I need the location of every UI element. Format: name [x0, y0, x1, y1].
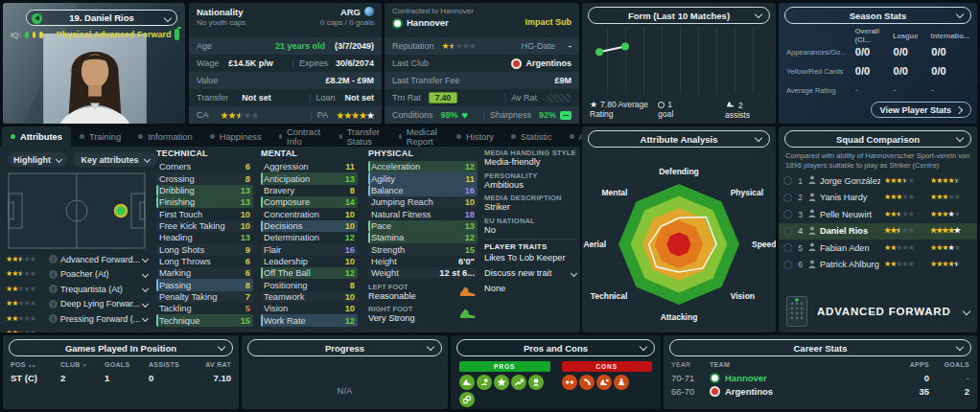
attribute-row[interactable]: Corners6 [156, 161, 253, 172]
role-suitability-row[interactable]: ★★★★★ [0, 327, 153, 333]
attribute-row[interactable]: Decisions10 [261, 220, 358, 232]
squad-comparison-row[interactable]: 4Daniel Rios★★★★★★★★★★★ [779, 223, 977, 240]
attribute-label: Off The Ball [264, 268, 311, 278]
attribute-row[interactable]: Bravery8 [261, 185, 358, 196]
pros-cons-header-dropdown[interactable]: Pros and Cons [456, 339, 655, 356]
squad-comparison-header-dropdown[interactable]: Squad Comparison [784, 130, 971, 148]
career-stats-row[interactable]: 70-71Hannover0- [664, 371, 977, 384]
attribute-row[interactable]: Aggression11 [261, 161, 358, 172]
form-match-point[interactable] [621, 43, 629, 51]
highlight-dropdown[interactable]: Highlight [8, 152, 67, 167]
season-stat-value: 0/0 [931, 46, 969, 57]
attribute-value: 10 [345, 257, 355, 266]
attribute-row[interactable]: Long Throws6 [156, 256, 253, 267]
tab-transfer-status[interactable]: Transfer Status [331, 126, 390, 147]
attribute-row[interactable]: Stamina12 [368, 232, 478, 243]
role-suitability-row[interactable]: ★★★★★iDeep Lying Forwar... [0, 297, 153, 312]
role-suitability-row[interactable]: ★★★★★iPressing Forward (... [0, 311, 153, 327]
ca-label: CA [197, 110, 209, 120]
games-played-cell: 0 [149, 373, 197, 383]
attribute-row[interactable]: Strength15 [368, 243, 478, 255]
career-stats-header-dropdown[interactable]: Career Stats [669, 339, 971, 356]
key-attributes-dropdown[interactable]: Key attributes [73, 152, 157, 167]
attribute-label: Penalty Taking [159, 292, 217, 302]
position-marker-striker[interactable] [115, 205, 127, 217]
squad-comparison-row[interactable]: 5Fabian Aden★★★★★★★★★★ [779, 240, 977, 257]
tab-information[interactable]: Information [129, 126, 201, 147]
season-stats-header-dropdown[interactable]: Season Stats [784, 7, 971, 24]
left-foot-boot-icon [458, 286, 478, 297]
attribute-row[interactable]: Jumping Reach10 [368, 196, 478, 208]
attribute-row[interactable]: Passing8 [156, 279, 253, 290]
attribute-row[interactable]: Tackling5 [156, 303, 253, 314]
role-suitability-row[interactable]: ★★★★★★iAdvanced Forward... [0, 252, 153, 267]
chevron-down-icon [164, 14, 172, 22]
attribute-row[interactable]: Weight12 st 6... [368, 267, 478, 279]
attribute-row[interactable]: Leadership10 [261, 256, 358, 267]
discuss-new-trait[interactable]: Discuss new trait [484, 268, 576, 280]
tab-training[interactable]: Training [71, 126, 129, 147]
radio-circle-icon [783, 194, 792, 202]
attribute-row[interactable]: Marking6 [156, 267, 253, 279]
position-pitch [8, 172, 146, 249]
attribute-row[interactable]: Vision10 [261, 303, 358, 314]
role-suitability-row[interactable]: ★★★★★★iPoacher (At) [0, 267, 153, 283]
squad-comparison-row[interactable]: 3Pelle Neuwirt★★★★★★★★★★★ [779, 206, 977, 223]
attribute-row[interactable]: Work Rate12 [261, 314, 358, 326]
attribute-row[interactable]: Acceleration12 [368, 161, 478, 172]
star-rating: ★★★★★ [930, 227, 972, 235]
squad-comparison-row[interactable]: 2Yanis Hardy★★★★★★★★★★ [779, 189, 977, 206]
player-name-dropdown[interactable]: 19. Daniel Rios [26, 10, 177, 26]
attribute-value: 12 st 6... [439, 268, 475, 278]
games-played-cell: 2 [60, 373, 105, 383]
squad-comparison-row[interactable]: 1Jorge González★★★★★★★★★★★★ [779, 172, 977, 190]
tab-statistic[interactable]: Statistic [502, 126, 561, 147]
attribute-row[interactable]: Balance16 [368, 185, 478, 196]
games-played-column-header: AV RAT [197, 361, 231, 368]
attribute-row[interactable]: Positioning8 [261, 279, 358, 290]
attribute-row[interactable]: Natural Fitness18 [368, 208, 478, 219]
attribute-row[interactable]: Free Kick Taking10 [156, 220, 253, 232]
tab-happiness[interactable]: Happiness [201, 126, 270, 147]
attribute-row[interactable]: Long Shots9 [156, 243, 253, 255]
form-header-dropdown[interactable]: Form (Last 10 Matches) [588, 7, 770, 24]
attribute-row[interactable]: Concentration10 [261, 208, 358, 219]
tab-contract-info[interactable]: Contract Info [270, 126, 331, 147]
career-stats-row[interactable]: 66-70Argentinos352 [664, 384, 977, 398]
attribute-row[interactable]: Anticipation13 [261, 172, 358, 184]
player-card: 19. Daniel Rios IQ: Physical Advanced Fo… [3, 3, 185, 124]
role-suitability-row[interactable]: ★★★★★iTrequartista (At) [0, 282, 153, 297]
attribute-row[interactable]: Pace13 [368, 220, 478, 232]
technique-icon [596, 375, 612, 390]
attribute-value: 7 [245, 292, 250, 302]
form-match-point[interactable] [595, 48, 603, 56]
star-icon: ★ [908, 227, 914, 235]
squad-role-footer[interactable]: ADVANCED FORWARD [786, 296, 969, 327]
attribute-row[interactable]: First Touch10 [156, 208, 253, 219]
attribute-row[interactable]: Dribbling13 [156, 185, 253, 196]
attribute-row[interactable]: Off The Ball12 [261, 267, 358, 279]
attribute-row[interactable]: Penalty Taking7 [156, 291, 253, 303]
attribute-label: Long Throws [159, 257, 211, 266]
games-played-header-dropdown[interactable]: Games Played In Position [9, 339, 233, 356]
attribute-row[interactable]: Technique15 [156, 314, 253, 326]
attribute-row[interactable]: Teamwork10 [261, 291, 358, 303]
attribute-row[interactable]: Flair16 [261, 243, 358, 255]
progress-header-dropdown[interactable]: Progress [247, 339, 442, 356]
attribute-row[interactable]: Finishing13 [156, 196, 253, 208]
squad-comparison-row[interactable]: 6Patrick Ahlburg★★★★★★★★★★★ [779, 257, 977, 274]
games-played-row[interactable]: ST (C)2107.10 [3, 371, 239, 384]
attribute-row[interactable]: Composure14 [261, 196, 358, 208]
radio-circle-icon [783, 210, 792, 218]
attribute-row[interactable]: Determination12 [261, 232, 358, 243]
career-stats-column-header: TEAM [710, 361, 881, 368]
tab-medical-report[interactable]: Medical Report [390, 126, 448, 147]
attribute-row[interactable]: Height6'0" [368, 256, 478, 267]
attribute-analysis-header-dropdown[interactable]: Attribute Analysis [588, 130, 770, 148]
tab-history[interactable]: History [448, 126, 502, 147]
attribute-row[interactable]: Heading13 [156, 232, 253, 243]
attribute-row[interactable]: Crossing8 [156, 172, 253, 184]
tab-attributes[interactable]: Attributes [2, 126, 71, 147]
attribute-row[interactable]: Agility11 [368, 172, 478, 184]
view-player-stats-button[interactable]: View Player Stats [871, 102, 971, 118]
